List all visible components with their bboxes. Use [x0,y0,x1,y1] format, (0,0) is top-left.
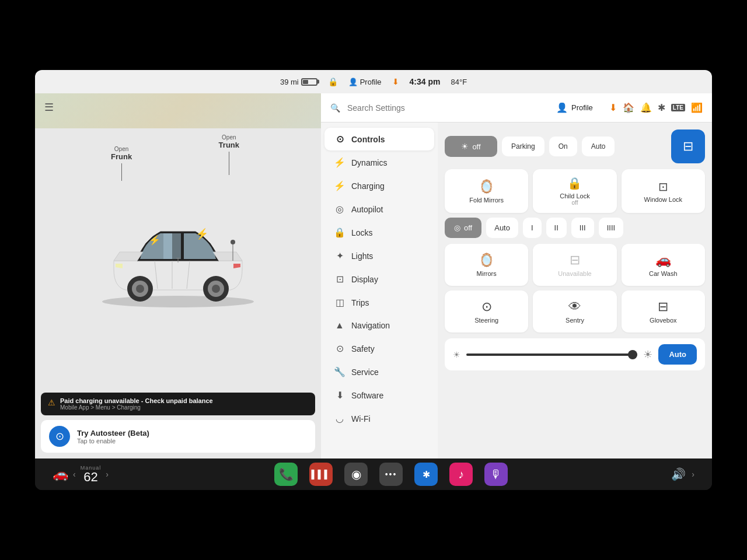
dynamics-icon: ⚡ [334,157,345,168]
music-task-icon[interactable]: ♪ [449,463,473,486]
wiper-auto-button[interactable]: Auto [486,218,518,238]
glovebox-card[interactable]: ⊟ Glovebox [622,290,705,332]
wiper-off-button[interactable]: ◎ off [445,218,481,238]
wiper-speed2-label: II [554,223,558,232]
lights-parking-button[interactable]: Parking [502,136,544,156]
profile-button[interactable]: 👤 Profile [348,78,382,86]
open-frunk-button[interactable]: Open Frunk [111,146,132,183]
sidebar-item-lights[interactable]: ✦ Lights [324,244,434,267]
podcast-icon[interactable]: 🎙 [484,463,508,486]
car-taskbar-icon[interactable]: 🚗 [53,467,68,482]
sidebar-item-trips[interactable]: ◫ Trips [324,291,434,314]
wiper-speed2-button[interactable]: II [546,218,567,238]
window-lock-card[interactable]: ⊡ Window Lock [622,169,705,213]
sidebar-item-service[interactable]: 🔧 Service [324,360,434,383]
car-wash-label: Car Wash [649,270,678,277]
open-trunk-open-label: Open [219,134,239,141]
display-label: Display [351,275,378,284]
sidebar-item-safety[interactable]: ⊙ Safety [324,337,434,360]
svg-point-6 [212,285,220,293]
home-icon[interactable]: 🏠 [623,102,634,113]
fold-mirrors-card[interactable]: 🪞 Fold Mirrors [445,169,528,213]
window-lock-icon: ⊡ [658,180,668,194]
trips-label: Trips [351,298,369,307]
volume-next-arrow[interactable]: › [692,470,694,479]
main-content: ☰ Open Frunk Open Trunk [35,93,712,459]
lights-on-button[interactable]: On [549,136,577,156]
autosteer-title: Try Autosteer (Beta) [77,429,149,438]
wiper-auto-label: Auto [494,223,510,232]
prev-arrow[interactable]: ‹ [73,470,76,479]
display-mode-button[interactable]: ⊟ [671,130,705,163]
mid-card-grid: 🪞 Mirrors ⊟ Unavailable 🚗 Car Wash [445,244,705,286]
phone-icon[interactable]: 📞 [274,463,298,486]
wifi-label: Wi-Fi [351,414,371,424]
sidebar-item-dynamics[interactable]: ⚡ Dynamics [324,151,434,174]
brightness-section: ☀ ☀ Auto [445,338,705,370]
sidebar-item-locks[interactable]: 🔒 Locks [324,221,434,244]
brightness-slider[interactable] [466,354,637,356]
wiper-speed3-label: III [580,223,586,232]
service-icon: 🔧 [334,366,345,377]
svg-point-0 [102,296,254,307]
bars-glyph: ▌▌▌ [312,470,331,479]
wiper-speed4-button[interactable]: IIII [599,218,623,238]
display-mode-icon: ⊟ [683,139,693,154]
volume-icon[interactable]: 🔊 [671,467,686,481]
search-icon: 🔍 [330,103,340,113]
bluetooth-icon[interactable]: ✱ [658,102,665,113]
taskbar-right: 🔊 › [636,467,694,481]
top-card-grid: 🪞 Fold Mirrors 🔒 Child Lock off ⊡ Window… [445,169,705,213]
profile-area[interactable]: 👤 Profile [547,93,602,123]
service-label: Service [351,368,379,377]
camera-icon[interactable]: ◉ [344,463,368,486]
bell-icon[interactable]: 🔔 [640,102,652,113]
autosteer-banner[interactable]: ⊙ Try Autosteer (Beta) Tap to enable [41,420,315,453]
sidebar-item-wifi[interactable]: ◡ Wi-Fi [324,407,434,430]
window-lock-label: Window Lock [644,196,682,203]
more-icon[interactable]: ••• [379,463,403,486]
open-trunk-button[interactable]: Open Trunk [219,134,239,177]
lights-off-button[interactable]: ☀ off [445,136,497,157]
speed-display[interactable]: Manual 62 [81,465,102,484]
sidebar-item-display[interactable]: ⊡ Display [324,268,434,290]
sentry-card[interactable]: 👁 Sentry [533,290,616,332]
search-input[interactable] [347,103,540,113]
download-status-icon[interactable]: ⬇ [609,102,617,113]
lights-auto-button[interactable]: Auto [582,136,615,156]
lights-icon: ✦ [334,250,345,261]
brightness-auto-button[interactable]: Auto [658,344,697,365]
profile-person-icon: 👤 [556,102,568,113]
child-lock-card[interactable]: 🔒 Child Lock off [533,169,616,213]
car-wash-icon: 🚗 [655,253,671,268]
search-bar: 🔍 👤 Profile ⬇ 🏠 🔔 ✱ LTE 📶 [321,93,712,123]
sidebar-item-charging[interactable]: ⚡ Charging [324,174,434,197]
time-display: 4:34 pm [410,77,441,86]
svg-point-3 [136,285,144,293]
mirrors-card[interactable]: 🪞 Mirrors [445,244,528,286]
bluetooth-glyph: ✱ [423,469,430,480]
next-arrow[interactable]: › [106,470,109,479]
svg-text:⚡: ⚡ [196,228,209,240]
bluetooth-task-icon[interactable]: ✱ [414,463,438,486]
battery-icon [301,78,317,86]
status-bar: 39 mi 🔒 👤 Profile ⬇ 4:34 pm 84°F [35,70,712,93]
sidebar-item-autopilot[interactable]: ◎ Autopilot [324,198,434,220]
glovebox-icon: ⊟ [658,299,668,314]
safety-label: Safety [351,344,375,354]
mirrors-icon: 🪞 [479,253,494,268]
child-lock-sub: off [572,200,578,206]
autopilot-label: Autopilot [351,205,383,214]
wifi-icon: ◡ [334,413,345,424]
sidebar-item-navigation[interactable]: ▲ Navigation [324,314,434,337]
wiper-speed1-button[interactable]: I [523,218,542,238]
music-bars-icon[interactable]: ▌▌▌ [309,463,333,486]
sidebar-item-controls[interactable]: ⊙ Controls [324,128,434,150]
wiper-speed3-button[interactable]: III [571,218,594,238]
steering-card[interactable]: ⊙ Steering [445,290,528,332]
car-wash-card[interactable]: 🚗 Car Wash [622,244,705,286]
svg-point-14 [231,240,235,244]
sidebar-item-software[interactable]: ⬇ Software [324,384,434,407]
car-display-area: Open Frunk Open Trunk [35,93,321,393]
steering-icon: ⊙ [481,299,492,314]
